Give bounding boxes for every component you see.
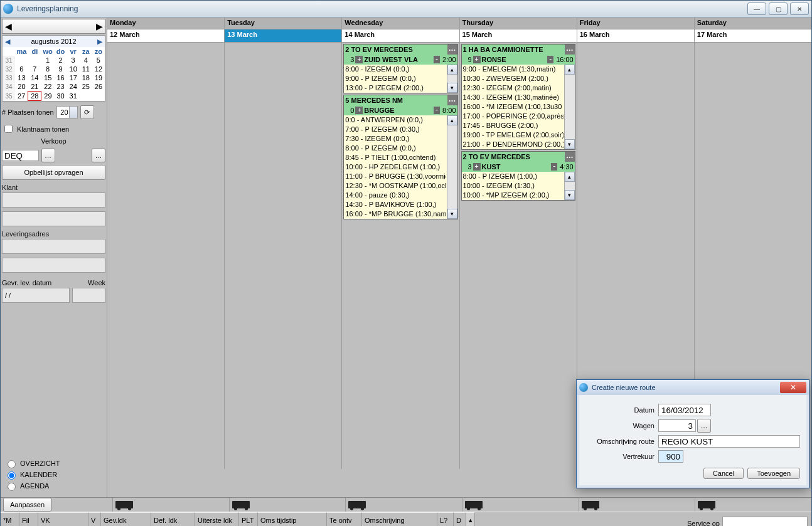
- route-item[interactable]: 8:00 - IZEGEM (0:0,): [345, 65, 446, 74]
- calendar-day[interactable]: 29: [41, 92, 55, 101]
- route-block[interactable]: 5 MERCEDES NM…0+BRUGGE-8:000:0 - ANTWERP…: [343, 95, 457, 219]
- route-header[interactable]: 2 TO EV MERCEDES…: [344, 45, 457, 55]
- truck-icon[interactable]: [232, 501, 250, 508]
- grid-col-header[interactable]: D: [454, 512, 466, 526]
- calendar-day[interactable]: 26: [92, 82, 105, 92]
- calendar-day[interactable]: 21: [28, 82, 41, 92]
- route-item[interactable]: 12:30 - IZEGEM (2:00,matin): [463, 83, 564, 93]
- route-block[interactable]: 1 HA BA CAMMIONETTE…9+RONSE-16:009:00 - …: [461, 44, 575, 150]
- klantnaam-checkbox[interactable]: [4, 125, 13, 133]
- route-item[interactable]: 16:00 - *M IZEGEM (1:00,13u30: [463, 102, 564, 112]
- calendar-day[interactable]: 16: [54, 73, 67, 82]
- calendar-day[interactable]: 13: [15, 73, 28, 82]
- calendar-day[interactable]: [28, 56, 41, 65]
- calendar-day[interactable]: 28: [28, 92, 41, 101]
- calendar-day[interactable]: 3: [67, 56, 80, 65]
- plaatsen-spinner[interactable]: 20: [56, 106, 78, 118]
- verkoop-lookup2-button[interactable]: …: [92, 149, 105, 162]
- grid-col-header[interactable]: Uiterste ldk: [195, 512, 239, 526]
- route-item[interactable]: 8:00 - P IZEGEM (1:00,): [463, 172, 564, 181]
- next-month-button[interactable]: ▶: [97, 38, 102, 46]
- route-scrollbar[interactable]: ▴▾: [564, 172, 575, 200]
- lev-input1[interactable]: [2, 239, 105, 254]
- calendar-day[interactable]: [92, 92, 105, 101]
- calendar-day[interactable]: 7: [28, 65, 41, 73]
- dialog-ok-button[interactable]: Toevoegen: [747, 468, 800, 479]
- route-item[interactable]: 14:30 - P BAVIKHOVE (1:00,): [345, 200, 446, 209]
- datum-input[interactable]: [658, 404, 711, 416]
- calendar-day[interactable]: 5: [92, 56, 105, 65]
- wagen-lookup-button[interactable]: …: [697, 419, 711, 433]
- route-scrollbar[interactable]: ▴▾: [447, 115, 457, 219]
- calendar-day[interactable]: 1: [41, 56, 55, 65]
- calendar-day[interactable]: 6: [15, 65, 28, 73]
- expand-icon[interactable]: +: [355, 107, 363, 114]
- route-item[interactable]: 16:00 - *MP BRUGGE (1:30,nam: [345, 209, 446, 219]
- prev-month-button[interactable]: ◀: [5, 38, 10, 46]
- calendar-day[interactable]: 23: [54, 82, 67, 92]
- grid-col-header[interactable]: V: [88, 512, 101, 526]
- calendar-day[interactable]: [80, 92, 92, 101]
- route-item[interactable]: 7:30 - IZEGEM (0:0,): [345, 134, 446, 144]
- route-item[interactable]: 10:30 - ZWEVEGEM (2:00,): [463, 74, 564, 83]
- route-item[interactable]: 17:00 - POPERINGE (2:00,après-: [463, 112, 564, 121]
- calendar-day[interactable]: [15, 56, 28, 65]
- prev-week-button[interactable]: ◀: [3, 21, 14, 31]
- calendar-day[interactable]: 18: [80, 73, 92, 82]
- wagen-input[interactable]: [658, 419, 696, 432]
- calendar-day[interactable]: 12: [92, 65, 105, 73]
- collapse-icon[interactable]: -: [434, 107, 440, 114]
- calendar-day[interactable]: 11: [80, 65, 92, 73]
- route-item[interactable]: 10:00 - IZEGEM (1:30,): [463, 181, 564, 191]
- dialog-cancel-button[interactable]: Cancel: [703, 468, 744, 479]
- route-item[interactable]: 19:00 - TP EMELGEM (2:00,soir): [463, 130, 564, 140]
- route-item[interactable]: 13:00 - P IZEGEM (2:00,): [345, 83, 446, 93]
- route-item[interactable]: 8:45 - P TIELT (1:00,ochtend): [345, 153, 446, 162]
- route-menu-icon[interactable]: …: [447, 95, 457, 105]
- day-column[interactable]: Monday12 March: [107, 18, 224, 469]
- route-item[interactable]: 10:00 - *MP IZEGEM (2:00,): [463, 191, 564, 200]
- week-input[interactable]: [72, 288, 105, 303]
- calendar-day[interactable]: 31: [67, 92, 80, 101]
- calendar-day[interactable]: 20: [15, 82, 28, 92]
- grid-col-header[interactable]: VK: [38, 512, 88, 526]
- verkoop-input[interactable]: [2, 150, 39, 161]
- close-button[interactable]: ✕: [790, 3, 809, 15]
- route-item[interactable]: 9:00 - P IZEGEM (0:0,): [345, 74, 446, 83]
- route-block[interactable]: 2 TO EV MERCEDES…3+KUST-4:308:00 - P IZE…: [461, 151, 575, 201]
- grid-col-header[interactable]: Te ontv: [327, 512, 362, 526]
- grid-col-header[interactable]: PLT: [239, 512, 258, 526]
- calendar-day[interactable]: 19: [92, 73, 105, 82]
- collapse-icon[interactable]: -: [434, 56, 440, 63]
- calendar-day[interactable]: 4: [80, 56, 92, 65]
- calendar-day[interactable]: 22: [41, 82, 55, 92]
- klant-input2[interactable]: [2, 211, 105, 226]
- truck-icon[interactable]: [582, 501, 599, 508]
- grid-col-header[interactable]: Gev.ldk: [101, 512, 151, 526]
- dialog-close-button[interactable]: ✕: [780, 382, 806, 393]
- calendar-day[interactable]: 27: [15, 92, 28, 101]
- calendar-day[interactable]: 30: [54, 92, 67, 101]
- opbellijst-button[interactable]: Opbellijst opvragen: [2, 165, 105, 180]
- day-column[interactable]: Tuesday13 March: [224, 18, 341, 469]
- truck-icon[interactable]: [115, 501, 133, 508]
- lev-input2[interactable]: [2, 258, 105, 273]
- verkoop-lookup-button[interactable]: …: [41, 149, 55, 162]
- route-menu-icon[interactable]: …: [565, 45, 575, 55]
- refresh-button[interactable]: ⟳: [80, 105, 94, 119]
- truck-icon[interactable]: [465, 501, 483, 508]
- vertrekuur-input[interactable]: [658, 450, 683, 463]
- klant-input1[interactable]: [2, 192, 105, 208]
- expand-icon[interactable]: +: [355, 56, 363, 63]
- route-block[interactable]: 2 TO EV MERCEDES…3+ZUID WEST VLA-2:008:0…: [343, 44, 457, 93]
- day-column[interactable]: Thursday15 March1 HA BA CAMMIONETTE…9+RO…: [459, 18, 577, 469]
- view-overzicht-radio[interactable]: [8, 460, 16, 468]
- route-menu-icon[interactable]: …: [447, 45, 457, 55]
- expand-icon[interactable]: +: [473, 56, 481, 63]
- route-scrollbar[interactable]: ▴▾: [564, 65, 575, 149]
- calendar-day[interactable]: 10: [67, 65, 80, 73]
- route-header[interactable]: 2 TO EV MERCEDES…: [462, 152, 575, 162]
- expand-icon[interactable]: +: [473, 163, 481, 171]
- gevr-date-input[interactable]: / /: [2, 288, 70, 303]
- grid-col-header[interactable]: L?: [437, 512, 454, 526]
